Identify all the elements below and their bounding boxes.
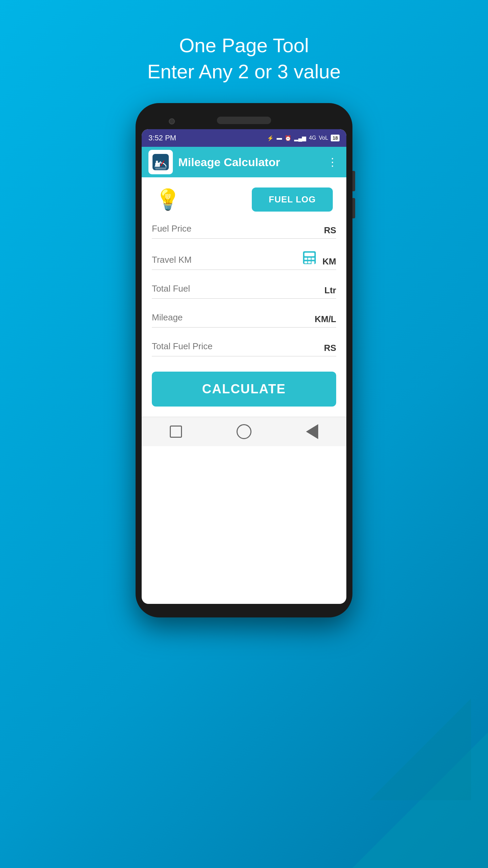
svg-rect-7 — [155, 167, 166, 170]
svg-rect-14 — [308, 261, 310, 263]
network-4g: 4G — [309, 135, 316, 141]
signal-icon: ▂▄▆ — [294, 135, 306, 141]
nav-recent-apps-button[interactable] — [167, 423, 184, 440]
mileage-group: KM/L — [152, 311, 336, 328]
volte-icon: VoL — [319, 135, 328, 141]
total-fuel-group: Ltr — [152, 282, 336, 299]
total-fuel-price-unit: RS — [324, 343, 336, 353]
app-logo-svg: F E — [152, 153, 169, 171]
mileage-unit: KM/L — [314, 314, 336, 324]
status-bar: 3:52 PM ⚡ ▬ ⏰ ▂▄▆ 4G VoL 18 — [142, 129, 346, 147]
travel-km-input[interactable] — [152, 253, 302, 267]
svg-rect-15 — [311, 261, 314, 265]
phone-screen: 3:52 PM ⚡ ▬ ⏰ ▂▄▆ 4G VoL 18 — [142, 129, 346, 604]
back-icon — [306, 424, 318, 439]
lightbulb-icon: 💡 — [155, 188, 181, 212]
volume-up-button[interactable] — [352, 171, 355, 191]
app-title: Mileage Calculator — [178, 156, 320, 169]
total-fuel-input[interactable] — [152, 282, 321, 296]
recent-apps-icon — [170, 426, 182, 438]
bg-decoration-2 — [369, 698, 471, 800]
phone-mockup: 3:52 PM ⚡ ▬ ⏰ ▂▄▆ 4G VoL 18 — [136, 103, 352, 617]
status-icons: ⚡ ▬ ⏰ ▂▄▆ 4G VoL 18 — [267, 135, 340, 141]
nav-back-button[interactable] — [304, 423, 321, 440]
battery-level: 18 — [331, 135, 340, 141]
mileage-input[interactable] — [152, 311, 311, 324]
app-logo: F E — [148, 150, 173, 174]
total-fuel-price-group: RS — [152, 339, 336, 356]
bluetooth-icon: ⚡ — [267, 135, 274, 141]
travel-km-unit: KM — [323, 256, 336, 267]
svg-rect-13 — [304, 261, 307, 263]
total-fuel-price-input[interactable] — [152, 339, 321, 353]
phone-top-bar — [142, 113, 346, 129]
alarm-icon: ⏰ — [285, 135, 291, 141]
speaker-grille — [217, 117, 271, 124]
tagline-line1: One Page Tool — [147, 34, 341, 57]
status-time: 3:52 PM — [148, 134, 176, 142]
travel-km-group: KM — [152, 251, 336, 270]
battery-icon: ▬ — [277, 135, 282, 141]
fuel-price-group: RS — [152, 222, 336, 239]
tagline-line2: Enter Any 2 or 3 value — [147, 60, 341, 83]
fuel-price-unit: RS — [324, 225, 336, 236]
nav-home-button[interactable] — [236, 423, 252, 440]
camera-lens — [169, 118, 175, 124]
calculate-button[interactable]: CALCULATE — [152, 372, 336, 407]
bottom-nav — [142, 417, 346, 446]
svg-rect-11 — [308, 258, 310, 260]
volume-down-button[interactable] — [352, 198, 355, 218]
fuel-log-button[interactable]: FUEL LOG — [252, 188, 333, 212]
svg-rect-9 — [304, 253, 314, 256]
svg-rect-5 — [156, 161, 158, 163]
svg-rect-10 — [304, 258, 307, 260]
content-area: 💡 FUEL LOG RS — [142, 177, 346, 417]
app-header: F E Mileage Calculator ⋮ — [142, 147, 346, 177]
home-icon — [237, 424, 251, 439]
total-fuel-unit: Ltr — [324, 285, 336, 296]
calculator-icon[interactable] — [302, 251, 317, 266]
svg-text:E: E — [165, 165, 167, 168]
header-tagline: One Page Tool Enter Any 2 or 3 value — [147, 34, 341, 83]
menu-button[interactable]: ⋮ — [325, 156, 340, 169]
svg-rect-12 — [311, 258, 314, 260]
fuel-log-row: 💡 FUEL LOG — [152, 188, 336, 212]
fuel-price-input[interactable] — [152, 222, 321, 236]
